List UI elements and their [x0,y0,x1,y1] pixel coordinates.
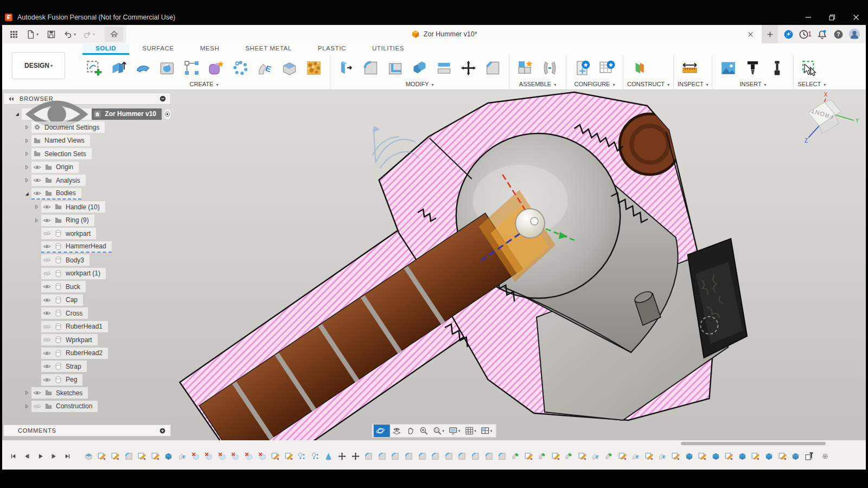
document-tab-close-button[interactable] [743,27,757,42]
maximize-button[interactable] [820,10,844,24]
timeline-feature-43-sketch[interactable] [642,449,656,463]
timeline-feature-37-sweep[interactable] [562,449,576,463]
hole-button[interactable] [155,55,180,80]
pan-tool-button[interactable] [403,425,417,437]
browser-row-bodies[interactable]: Bodies [3,187,171,201]
document-tab[interactable]: Zor Hummer v10* [126,25,762,43]
app-grid-button[interactable] [7,27,21,42]
configuration-table-button[interactable] [595,55,619,80]
tab-surface[interactable]: SURFACE [129,44,187,55]
timeline-settings-button[interactable] [818,449,832,463]
home-view-button[interactable] [105,27,123,42]
timeline-feature-23-fillet[interactable] [375,449,389,463]
timeline-feature-53-sketch[interactable] [776,449,789,463]
revolve-button[interactable] [131,55,155,80]
timeline-feature-31-fillet[interactable] [482,449,496,463]
browser-row-construction[interactable]: Construction [3,400,171,413]
group-label-assemble[interactable]: ASSEMBLE ▾ [513,81,562,88]
coil-button[interactable] [228,55,253,80]
look-at-tool-button[interactable] [390,425,403,437]
insert-screw-button[interactable] [741,55,765,80]
timeline-feature-22-fillet[interactable] [362,449,375,463]
extensions-button[interactable] [781,27,795,42]
timeline-feature-48-extrude[interactable] [709,449,723,463]
timeline-feature-42-revolve[interactable]: E [629,449,642,463]
browser-row-handle-10-[interactable]: Handle (10) [3,201,171,214]
browser-row-workpart[interactable]: workpart [3,227,171,241]
timeline-feature-51-sketch[interactable] [749,449,763,463]
timeline-feature-33-sweep[interactable] [509,449,522,463]
browser-row-cross[interactable]: Cross [3,307,171,320]
primitive-box-button[interactable] [277,55,302,80]
group-label-select[interactable]: SELECT ▾ [797,81,826,88]
layout-grid-tool-button[interactable]: ▾ [462,425,478,437]
timeline-skip-start-button[interactable] [7,449,20,463]
view-cube[interactable]: FRONT X Y Z [796,91,860,144]
timeline-feature-36-sketch[interactable] [549,449,563,463]
timeline-feature-1-extrude-top[interactable] [82,449,95,463]
timeline-feature-10-suppress[interactable] [202,449,215,463]
move-copy-button[interactable] [456,55,481,80]
group-label-create[interactable]: CREATE ▾ [82,81,326,88]
browser-row-hammerhead[interactable]: HammerHead [3,240,171,254]
browser-row-analysis[interactable]: Analysis [3,174,171,188]
offset-plane-button[interactable] [627,55,652,80]
browser-row-sketches[interactable]: Sketches [3,387,171,400]
timeline-feature-18-pattern[interactable] [309,449,322,463]
create-sketch-button[interactable] [82,55,106,80]
timeline-feature-7-extrude[interactable] [162,449,176,463]
timeline-feature-5-sketch[interactable] [135,449,149,463]
timeline-step-back-button[interactable] [20,449,34,463]
tab-mesh[interactable]: MESH [187,44,233,55]
browser-row-zor-hummer-v10[interactable]: Zor Hummer v10 [3,107,171,121]
browser-row-origin[interactable]: Origin [3,160,171,174]
close-button[interactable] [844,10,868,24]
timeline-play-button[interactable] [34,449,47,463]
group-label-configure[interactable]: CONFIGURE ▾ [570,81,619,88]
browser-row-selection-sets[interactable]: Selection Sets [3,147,171,161]
timeline-feature-38-sketch[interactable] [576,449,589,463]
timeline-feature-3-sketch[interactable] [108,449,122,463]
tab-plastic[interactable]: PLASTIC [305,44,359,55]
display-settings-tool-button[interactable]: ▾ [446,425,463,437]
orbit-tool-button[interactable]: ▾ [374,425,390,437]
browser-row-buck[interactable]: Buck [3,280,171,294]
help-button[interactable]: ? [831,27,845,42]
timeline-feature-49-sketch[interactable] [723,449,736,463]
timeline-feature-25-fillet[interactable] [402,449,416,463]
browser-row-wprkpart[interactable]: Wprkpart [3,333,171,347]
group-label-insert[interactable]: INSERT ▾ [716,81,789,88]
configuration-button[interactable] [570,55,595,80]
volumetric-lattice-button[interactable] [302,55,326,80]
window-zoom-tool-button[interactable]: ▾ [430,425,446,437]
pattern-button[interactable] [180,55,204,80]
tab-sheet-metal[interactable]: SHEET METAL [232,44,304,55]
browser-row-workpart-1-[interactable]: workpart (1) [3,267,171,280]
timeline-feature-34-sketch[interactable] [522,449,536,463]
shell-button[interactable] [383,55,407,80]
extrude-button[interactable] [106,55,131,80]
timeline-feature-30-fillet[interactable] [469,449,482,463]
redo-button[interactable]: ▾ [81,27,96,42]
timeline-feature-55-section[interactable] [802,449,816,463]
timeline-feature-11-suppress[interactable] [215,449,229,463]
timeline-feature-21-move[interactable] [349,449,362,463]
timeline-feature-17-pattern[interactable] [296,449,309,463]
chamfer-button[interactable] [481,55,505,80]
timeline-feature-40-sweep[interactable] [602,449,616,463]
timeline-feature-24-fillet[interactable] [389,449,403,463]
browser-row-peg[interactable]: Peg [3,373,171,387]
timeline-feature-46-extrude[interactable] [682,449,696,463]
group-label-construct[interactable]: CONSTRUCT ▾ [627,81,669,88]
timeline-step-forward-button[interactable] [47,449,61,463]
timeline-feature-19-cone[interactable] [322,449,336,463]
viewports-tool-button[interactable]: ▾ [478,425,495,437]
timeline-feature-2-sketch[interactable] [95,449,109,463]
timeline-feature-6-sketch[interactable] [149,449,162,463]
measure-button[interactable] [678,55,702,80]
fillet-button[interactable] [359,55,383,80]
timeline-feature-4-fillet[interactable] [122,449,136,463]
account-avatar[interactable] [847,27,861,42]
save-button[interactable] [44,27,58,42]
panel-options-icon[interactable] [159,95,167,102]
